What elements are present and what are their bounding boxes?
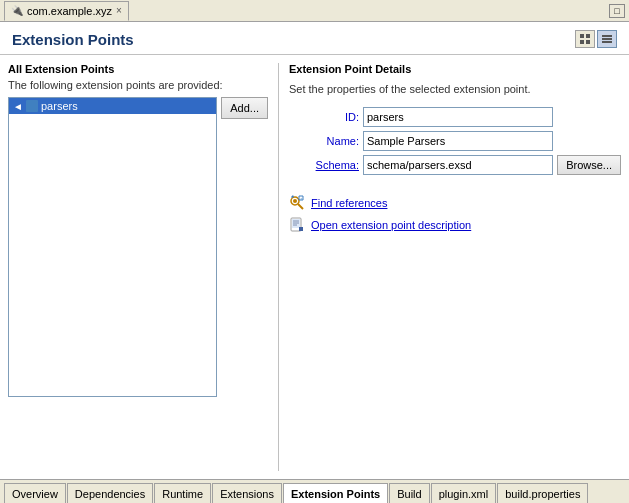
- svg-point-8: [293, 199, 297, 203]
- id-input[interactable]: [363, 107, 553, 127]
- grid-icon: [579, 33, 591, 45]
- tab-icon: 🔌: [11, 5, 23, 16]
- window-controls: □: [609, 4, 625, 18]
- bottom-tabs: Overview Dependencies Runtime Extensions…: [0, 479, 629, 503]
- maximize-button[interactable]: □: [609, 4, 625, 18]
- tab-build-properties[interactable]: build.properties: [497, 483, 588, 503]
- tab-label: com.example.xyz: [27, 5, 112, 17]
- schema-input[interactable]: [363, 155, 553, 175]
- list-toolbar: ◄ parsers Add...: [8, 97, 268, 397]
- svg-rect-3: [586, 40, 590, 44]
- right-panel: Extension Point Details Set the properti…: [289, 63, 621, 471]
- browse-button[interactable]: Browse...: [557, 155, 621, 175]
- svg-text:↺: ↺: [300, 197, 303, 201]
- form-grid: ID: Name: Schema: Browse...: [289, 107, 621, 175]
- tab-extension-points[interactable]: Extension Points: [283, 483, 388, 503]
- grid-view-button[interactable]: [575, 30, 595, 48]
- svg-line-9: [298, 204, 303, 209]
- tab-plugin-xml[interactable]: plugin.xml: [431, 483, 497, 503]
- svg-rect-5: [602, 38, 612, 40]
- page-title: Extension Points: [12, 31, 134, 48]
- name-label: Name:: [289, 135, 359, 147]
- open-desc-icon: [289, 217, 305, 233]
- list-view-button[interactable]: [597, 30, 617, 48]
- editor-tab[interactable]: 🔌 com.example.xyz ×: [4, 1, 129, 21]
- view-icons-group: [575, 30, 617, 48]
- find-references-text: Find references: [311, 197, 387, 209]
- tab-close-icon[interactable]: ×: [116, 5, 122, 16]
- open-description-text: Open extension point description: [311, 219, 471, 231]
- right-panel-title: Extension Point Details: [289, 63, 621, 75]
- find-references-link[interactable]: ↺ Find references: [289, 195, 621, 211]
- svg-rect-1: [586, 34, 590, 38]
- list-item[interactable]: ◄ parsers: [9, 98, 216, 114]
- left-panel-subtitle: The following extension points are provi…: [8, 79, 268, 91]
- tab-extensions[interactable]: Extensions: [212, 483, 282, 503]
- list-item-label: parsers: [41, 100, 78, 112]
- panel-divider: [278, 63, 279, 471]
- page-header: Extension Points: [0, 22, 629, 55]
- schema-label[interactable]: Schema:: [289, 159, 359, 171]
- open-description-link[interactable]: Open extension point description: [289, 217, 621, 233]
- extension-points-list[interactable]: ◄ parsers: [8, 97, 217, 397]
- svg-rect-4: [602, 35, 612, 37]
- name-input[interactable]: [363, 131, 553, 151]
- find-refs-icon: ↺: [289, 195, 305, 211]
- id-label: ID:: [289, 111, 359, 123]
- links-section: ↺ Find references Open extension point d…: [289, 195, 621, 233]
- tab-dependencies[interactable]: Dependencies: [67, 483, 153, 503]
- main-content: All Extension Points The following exten…: [0, 55, 629, 479]
- list-icon: [601, 33, 613, 45]
- title-bar: 🔌 com.example.xyz × □: [0, 0, 629, 22]
- add-button[interactable]: Add...: [221, 97, 268, 119]
- left-panel-title: All Extension Points: [8, 63, 268, 75]
- left-panel: All Extension Points The following exten…: [8, 63, 268, 471]
- item-icon: [26, 100, 38, 112]
- svg-marker-16: [299, 227, 303, 231]
- tab-runtime[interactable]: Runtime: [154, 483, 211, 503]
- svg-rect-2: [580, 40, 584, 44]
- tree-arrow-icon: ◄: [13, 101, 23, 112]
- right-panel-subtitle: Set the properties of the selected exten…: [289, 83, 621, 95]
- svg-rect-0: [580, 34, 584, 38]
- tab-overview[interactable]: Overview: [4, 483, 66, 503]
- tab-build[interactable]: Build: [389, 483, 429, 503]
- svg-rect-6: [602, 41, 612, 43]
